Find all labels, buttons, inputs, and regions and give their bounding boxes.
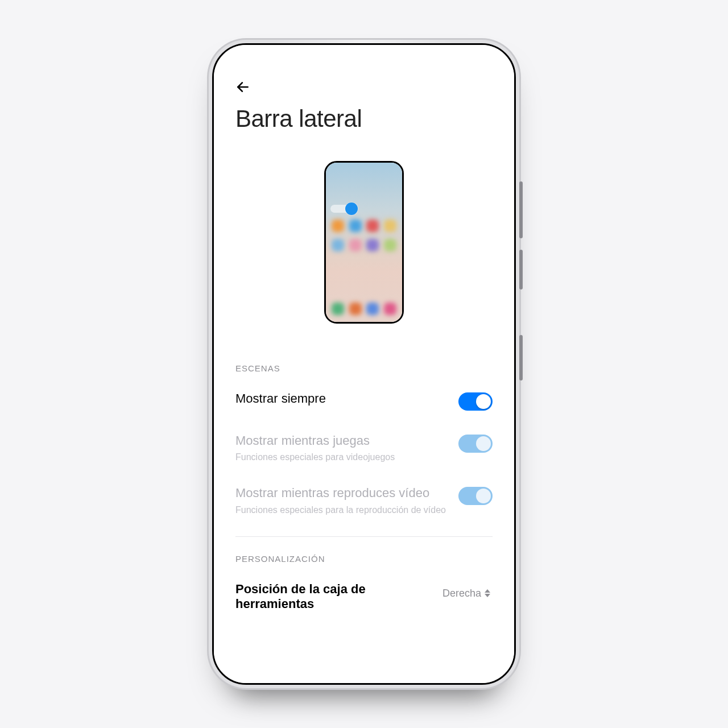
sidebar-preview [235, 161, 493, 324]
toggle-show-while-video [458, 487, 493, 505]
section-label-scenes: ESCENAS [235, 363, 493, 373]
row-title: Mostrar mientras juegas [235, 433, 447, 448]
row-title: Mostrar siempre [235, 391, 447, 406]
section-label-personalization: PERSONALIZACIÓN [235, 554, 493, 564]
value-cell-toolbox-position[interactable]: Derecha [442, 588, 493, 599]
power-button [519, 335, 523, 380]
row-title: Posición de la caja de herramientas [235, 582, 431, 612]
toggle-show-while-gaming [458, 435, 493, 453]
back-button[interactable] [235, 79, 251, 95]
phone-frame: Barra lateral [212, 43, 516, 685]
page-title: Barra lateral [235, 105, 493, 133]
divider [235, 536, 493, 537]
mini-phone [324, 161, 404, 324]
row-subtitle: Funciones especiales para la reproducció… [235, 504, 447, 516]
row-subtitle: Funciones especiales para videojuegos [235, 452, 447, 463]
screen: Barra lateral [214, 45, 514, 683]
setting-row-show-while-gaming: Mostrar mientras juegas Funciones especi… [235, 425, 493, 478]
toggle-show-always[interactable] [458, 392, 493, 411]
volume-down-button [519, 250, 523, 289]
setting-row-show-while-video: Mostrar mientras reproduces vídeo Funcio… [235, 478, 493, 530]
row-title: Mostrar mientras reproduces vídeo [235, 486, 447, 500]
value-text: Derecha [442, 588, 481, 599]
arrow-left-icon [235, 80, 250, 94]
sidebar-drag-dot [345, 202, 358, 215]
chevron-updown-icon [485, 589, 493, 597]
setting-row-show-always[interactable]: Mostrar siempre [235, 383, 493, 425]
volume-up-button [519, 181, 523, 238]
setting-row-toolbox-position[interactable]: Posición de la caja de herramientas Dere… [235, 574, 493, 635]
